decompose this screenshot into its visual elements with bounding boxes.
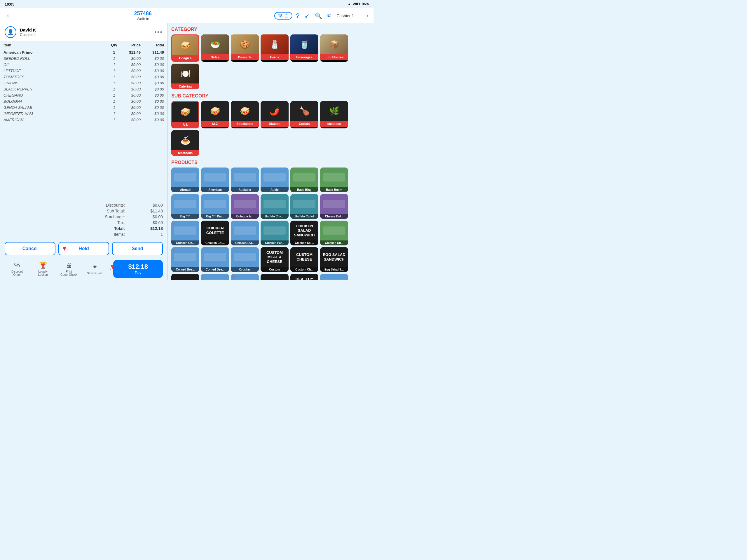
product-item[interactable]: ✻ Buffalo Cutlet bbox=[290, 194, 318, 219]
product-item[interactable]: ✻ Chicken Su... bbox=[320, 221, 348, 246]
product-item[interactable]: Italian bbox=[320, 274, 348, 280]
table-row[interactable]: OREGANO 1 $0.00 $0.00 bbox=[2, 92, 165, 98]
item-price: $11.49 bbox=[119, 49, 142, 56]
subcategory-item-meatless[interactable]: 🌿 Meatless bbox=[320, 101, 348, 128]
table-row[interactable]: BOLOGNA 1 $0.00 $0.00 bbox=[2, 98, 165, 104]
product-item[interactable]: ✻ GIANNA Gianna bbox=[171, 274, 199, 280]
help-button[interactable]: ? bbox=[296, 12, 300, 20]
product-item[interactable]: Cheese Del... bbox=[320, 194, 348, 219]
item-price: $0.00 bbox=[119, 61, 142, 68]
service-fee-button[interactable]: ✦ Service Fee bbox=[82, 263, 107, 275]
category-item-herr's[interactable]: 🧂 Herr's bbox=[261, 34, 289, 62]
product-item[interactable]: Ham & Che... bbox=[201, 274, 229, 280]
item-qty: 1 bbox=[110, 117, 119, 123]
product-item[interactable]: CHICKENCOLETTE Chicken Col... bbox=[201, 221, 229, 246]
table-row[interactable]: IMPORTED HAM 1 $0.00 $0.00 bbox=[2, 110, 165, 117]
product-item[interactable]: Audie bbox=[261, 168, 289, 192]
table-row[interactable]: OIL 1 $0.00 $0.00 bbox=[2, 61, 165, 68]
product-item[interactable]: Abruzzi bbox=[171, 168, 199, 192]
subcategory-item-meatballs[interactable]: 🍝 Meatballs bbox=[171, 130, 199, 156]
product-item[interactable]: Big "T" bbox=[171, 194, 199, 219]
cat-thumb: 🍪 bbox=[231, 34, 259, 54]
table-row[interactable]: AMERICAN 1 $0.00 $0.00 bbox=[2, 117, 165, 123]
dots-menu[interactable]: ••• bbox=[154, 28, 163, 36]
category-item-hoagies[interactable]: 🥪 Hoagies bbox=[171, 34, 199, 62]
cat-label: Desserts bbox=[231, 54, 259, 60]
status-bar: 10:05 ▲ WiFi 96% bbox=[0, 0, 374, 8]
product-item[interactable]: ✻ Ham & Che... bbox=[231, 274, 259, 280]
subcategory-item-m-z[interactable]: 🥪 M-Z bbox=[201, 101, 229, 128]
product-item[interactable]: CUSTOMMEAT &CHEESE Custom bbox=[261, 247, 289, 272]
category-item-catering[interactable]: 🍽️ Catering bbox=[171, 63, 199, 89]
product-item[interactable]: Chicken Dia... bbox=[231, 221, 259, 246]
item-qty: 1 bbox=[110, 68, 119, 74]
loyalty-lookup-button[interactable]: ▼🏆 LoyaltyLookup bbox=[31, 261, 55, 276]
product-item[interactable]: CHICKENSALADSANDWICH Chicken Sal... bbox=[290, 221, 318, 246]
item-qty: 1 bbox=[110, 80, 119, 86]
hold-button[interactable]: ▼ Hold bbox=[58, 242, 109, 255]
subcat-thumb: 🍗 bbox=[290, 101, 318, 121]
product-label: Bada Bing bbox=[290, 187, 318, 192]
logout-button[interactable]: ⟶ bbox=[360, 12, 369, 19]
send-button[interactable]: Send bbox=[112, 242, 163, 255]
product-item[interactable]: Bologna &... bbox=[231, 194, 259, 219]
product-label: Audie bbox=[261, 187, 289, 192]
product-item[interactable]: HEALTHYHAM &CHEESE Healthy Ha... bbox=[290, 274, 318, 280]
category-item-beverages[interactable]: 🥤 Beverages bbox=[290, 34, 318, 62]
item-total: $0.00 bbox=[142, 104, 165, 110]
subcategory-item-a-l[interactable]: 🥪 A-L bbox=[171, 101, 199, 128]
product-item[interactable]: HEALTHYCHEESE Healthy Che... bbox=[261, 274, 289, 280]
table-row[interactable]: GENOA SALAMI 1 $0.00 $0.00 bbox=[2, 104, 165, 110]
col-item: Item bbox=[2, 41, 110, 49]
undo-button[interactable]: ↙ bbox=[305, 12, 310, 19]
subcategory-item-cutlets[interactable]: 🍗 Cutlets bbox=[290, 101, 318, 128]
product-label: Egg Salad S... bbox=[320, 267, 348, 272]
product-item[interactable]: ✻ Chicken Ch... bbox=[171, 221, 199, 246]
product-item[interactable]: Crusher bbox=[231, 247, 259, 272]
product-thumb bbox=[171, 221, 199, 240]
category-grid: 🥪 Hoagies 🥗 Sides 🍪 Desserts 🧂 Herr's 🥤 … bbox=[171, 34, 370, 89]
subcategory-item-diablos[interactable]: 🌶️ Diablos bbox=[261, 101, 289, 128]
item-price: $0.00 bbox=[119, 55, 142, 61]
discount-order-button[interactable]: % DiscountOrder bbox=[5, 261, 29, 276]
category-item-desserts[interactable]: 🍪 Desserts bbox=[231, 34, 259, 62]
order-number: 257486 bbox=[15, 10, 271, 17]
product-item[interactable]: Audiablo bbox=[231, 168, 259, 192]
order-badge[interactable]: 18 📋 bbox=[274, 12, 292, 20]
discounts-value: $0.00 bbox=[143, 203, 163, 207]
category-item-sides[interactable]: 🥗 Sides bbox=[201, 34, 229, 62]
cancel-button[interactable]: Cancel bbox=[5, 242, 55, 255]
product-item[interactable]: Big "T" Dia... bbox=[201, 194, 229, 219]
subcategory-item-specialties[interactable]: 🥪 Specialties bbox=[231, 101, 259, 128]
back-button[interactable]: ‹ bbox=[5, 11, 11, 21]
subcat-label: Cutlets bbox=[290, 121, 318, 127]
print-icon: 🖨 bbox=[66, 261, 72, 269]
item-total: $0.00 bbox=[142, 92, 165, 98]
item-qty: 1 bbox=[110, 104, 119, 110]
product-item[interactable]: Buffalo Chic... bbox=[261, 194, 289, 219]
table-row[interactable]: SEEDED ROLL 1 $0.00 $0.00 bbox=[2, 55, 165, 61]
product-item[interactable]: Chicken Par... bbox=[261, 221, 289, 246]
print-guest-check-button[interactable]: 🖨 PrintGuest Check bbox=[57, 261, 81, 276]
badge-icon: 📋 bbox=[284, 14, 289, 18]
discounts-label: Discounts: bbox=[99, 203, 125, 207]
product-item[interactable]: Corned Bee... bbox=[201, 247, 229, 272]
product-item[interactable]: CUSTOMCHEESE Custom Ch... bbox=[290, 247, 318, 272]
copy-button[interactable]: ⧉ bbox=[327, 12, 331, 19]
pay-button[interactable]: ▼ $12.18 Pay bbox=[113, 260, 163, 278]
category-item-lunchboxes[interactable]: 📦 Lunchboxes bbox=[320, 34, 348, 62]
table-row[interactable]: ONIONS 1 $0.00 $0.00 bbox=[2, 80, 165, 86]
item-qty: 1 bbox=[110, 86, 119, 92]
product-item[interactable]: ✻ Bada Boom bbox=[320, 168, 348, 192]
table-row[interactable]: LETTUCE 1 $0.00 $0.00 bbox=[2, 68, 165, 74]
product-item[interactable]: ✻ Bada Bing bbox=[290, 168, 318, 192]
product-item[interactable]: EGG SALADSANDWICH Egg Salad S... bbox=[320, 247, 348, 272]
item-name: ONIONS bbox=[2, 80, 110, 86]
product-item[interactable]: ✻ Corned Bee... bbox=[171, 247, 199, 272]
table-row[interactable]: American Primo 1 $11.49 $11.49 bbox=[2, 49, 165, 56]
table-row[interactable]: BLACK PEPPER 1 $0.00 $0.00 bbox=[2, 86, 165, 92]
search-button[interactable]: 🔍 bbox=[315, 12, 322, 19]
cat-label: Hoagies bbox=[172, 55, 199, 61]
product-item[interactable]: American bbox=[201, 168, 229, 192]
table-row[interactable]: TOMATOES 1 $0.00 $0.00 bbox=[2, 74, 165, 80]
